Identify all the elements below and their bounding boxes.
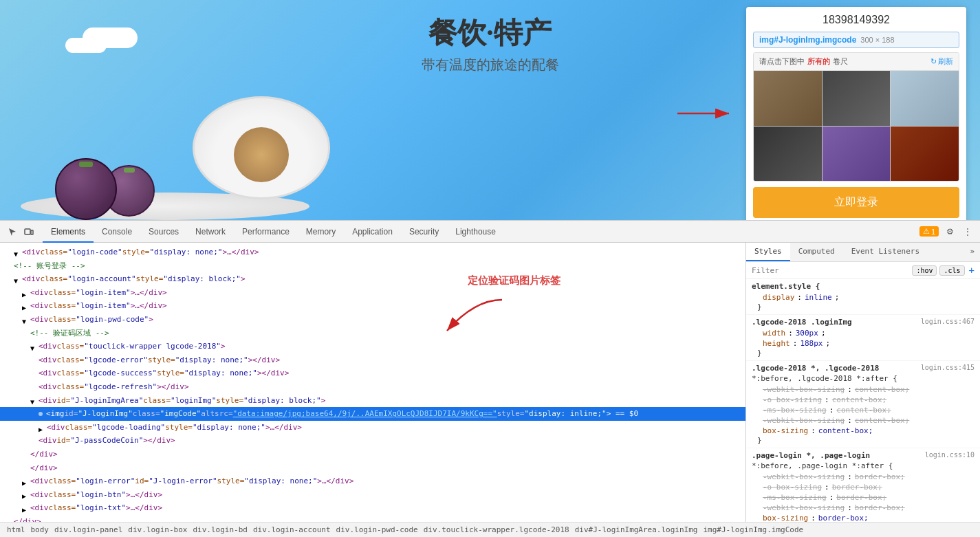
- toggle-icon[interactable]: ▶: [22, 289, 29, 296]
- captcha-cell-5[interactable]: [823, 127, 891, 182]
- tab-more[interactable]: »: [964, 243, 980, 261]
- css-close: }: [752, 303, 974, 311]
- css-source[interactable]: login.css:467: [921, 318, 974, 325]
- captcha-cell-4[interactable]: [754, 127, 822, 182]
- cursor-icon[interactable]: [6, 225, 19, 239]
- css-selector: .lgcode-2018 .loginImg login.css:467: [752, 318, 974, 327]
- breadcrumb-login-panel[interactable]: div.login-panel: [53, 525, 124, 534]
- css-property: box-sizing : content-box;: [752, 426, 974, 436]
- svg-rect-2: [25, 229, 30, 234]
- css-property: width : 300px ;: [752, 328, 974, 338]
- page-title-area: 餐饮·特产 带有温度的旅途的配餐: [422, 14, 559, 74]
- warning-icon: ⚠: [923, 227, 930, 236]
- css-close: }: [752, 349, 974, 358]
- html-line: <div id="J-passCodeCoin"></div>: [0, 434, 745, 448]
- breadcrumb-loginimgarea[interactable]: div#J-loginImgArea.loginImg: [574, 525, 699, 534]
- captcha-cell-3[interactable]: [891, 71, 959, 126]
- settings-icon[interactable]: ⚙: [943, 225, 957, 239]
- css-rule-lgcode-loginimg: .lgcode-2018 .loginImg login.css:467 wid…: [746, 315, 980, 361]
- tab-styles[interactable]: Styles: [746, 243, 790, 261]
- toggle-icon[interactable]: [22, 316, 29, 323]
- toggle-icon[interactable]: [30, 343, 37, 350]
- breadcrumb-login-pwd-code[interactable]: div.login-pwd-code: [335, 525, 420, 534]
- css-rule-page-login: .page-login *, .page-login login.css:10 …: [746, 448, 980, 522]
- captcha-cell-2[interactable]: [823, 71, 891, 126]
- css-rule-element-style: element.style { display : inline ; }: [746, 279, 980, 315]
- html-panel: 定位验证码图片标签 <div class="login-code" style=…: [0, 243, 746, 522]
- breadcrumb-login-box[interactable]: div.login-box: [127, 525, 188, 534]
- toggle-icon[interactable]: [14, 249, 21, 256]
- plate-area: [55, 158, 155, 220]
- svg-rect-3: [31, 230, 33, 234]
- filter-bar: :hov .cls +: [746, 262, 980, 279]
- toggle-icon[interactable]: [14, 276, 21, 283]
- tab-elements[interactable]: Elements: [43, 221, 94, 243]
- captcha-cell-1[interactable]: [754, 71, 822, 126]
- html-line: </div>: [0, 448, 745, 461]
- html-line: ▶ <div class="login-btn">…</div>: [0, 488, 745, 502]
- filter-input[interactable]: [752, 266, 908, 275]
- captcha-cell-6[interactable]: [891, 127, 959, 182]
- filter-add[interactable]: +: [969, 265, 974, 276]
- device-toggle-icon[interactable]: [22, 225, 36, 239]
- devtools-tabs: Elements Console Sources Network Perform…: [43, 221, 918, 243]
- toggle-icon[interactable]: ▶: [22, 491, 29, 498]
- src-link[interactable]: "data:image/jpg;base64,/9j/..AAEmIXgOLcQ…: [233, 408, 497, 420]
- tab-console[interactable]: Console: [94, 221, 140, 243]
- login-button[interactable]: 立即登录: [753, 187, 959, 218]
- css-property: box-sizing : border-box;: [752, 513, 974, 522]
- breadcrumb-body[interactable]: body: [30, 525, 51, 534]
- toolbar-right: ⚠ 1 ⚙ ⋮: [919, 225, 974, 239]
- breadcrumb-html[interactable]: html: [6, 525, 27, 534]
- dot-indicator: [39, 412, 43, 416]
- toggle-icon[interactable]: ▶: [22, 505, 29, 512]
- css-property: height : 188px ;: [752, 338, 974, 349]
- warning-count: 1: [931, 228, 935, 236]
- cls-badge[interactable]: .cls: [939, 265, 964, 276]
- captcha-area[interactable]: 请点击下图中 所有的 卷尺 ↻ 刷新: [753, 52, 959, 182]
- breadcrumb-touclick[interactable]: div.touclick-wrapper.lgcode-2018: [422, 525, 571, 534]
- captcha-grid[interactable]: [754, 71, 959, 181]
- css-selector: .lgcode-2018 *, .lgcode-2018 login.css:4…: [752, 364, 974, 373]
- html-line: <div id="J-loginImgArea" class="loginImg…: [0, 394, 745, 408]
- webpage-preview: 餐饮·特产 带有温度的旅途的配餐 1839814939: [0, 0, 980, 220]
- food-plate: [193, 96, 330, 199]
- html-line: ▶ <div class="login-txt">…</div>: [0, 501, 745, 515]
- css-property: -o box-sizing : border-box;: [752, 482, 974, 492]
- html-line: </div>: [0, 515, 745, 522]
- tab-computed[interactable]: Computed: [790, 243, 843, 261]
- red-arrow: [674, 100, 736, 127]
- tab-event-listeners[interactable]: Event Listeners: [843, 243, 928, 261]
- hov-badge[interactable]: :hov: [912, 265, 937, 276]
- more-options-icon[interactable]: ⋮: [961, 225, 974, 239]
- css-source[interactable]: login.css:415: [921, 364, 974, 371]
- tab-lighthouse[interactable]: Lighthouse: [447, 221, 504, 243]
- devtools-icons: [6, 225, 36, 239]
- html-line: <div class="login-account" style="displa…: [0, 272, 745, 286]
- html-line: ▶ <div class="login-item">…</div>: [0, 299, 745, 313]
- html-line: <!-- 账号登录 -->: [0, 259, 745, 273]
- html-line: </div>: [0, 461, 745, 475]
- tab-network[interactable]: Network: [187, 221, 234, 243]
- breadcrumb-loginimg[interactable]: img#J-loginImg.imgCode: [701, 525, 805, 534]
- tab-sources[interactable]: Sources: [140, 221, 187, 243]
- breadcrumb-login-bd[interactable]: div.login-bd: [191, 525, 248, 534]
- tab-security[interactable]: Security: [401, 221, 447, 243]
- css-property: -ms-box-sizing : border-box;: [752, 492, 974, 503]
- tab-performance[interactable]: Performance: [234, 221, 298, 243]
- tab-memory[interactable]: Memory: [298, 221, 344, 243]
- captcha-refresh[interactable]: ↻ 刷新: [930, 56, 953, 67]
- toggle-icon[interactable]: ▶: [22, 478, 29, 485]
- css-source[interactable]: login.css:10: [925, 451, 974, 459]
- tab-application[interactable]: Application: [344, 221, 401, 243]
- captcha-instruction: 请点击下图中: [759, 56, 805, 67]
- toggle-icon[interactable]: ▶: [39, 424, 45, 431]
- toggle-icon[interactable]: [30, 397, 37, 404]
- breadcrumb-login-account[interactable]: div.login-account: [252, 525, 332, 534]
- toggle-icon[interactable]: ▶: [22, 303, 29, 309]
- css-property: -webkit-box-sizing : content-box;: [752, 415, 974, 426]
- devtools-panel: Elements Console Sources Network Perform…: [0, 220, 980, 537]
- css-property: -webkit-box-sizing : content-box;: [752, 384, 974, 395]
- phone-number: 18398149392: [753, 14, 959, 26]
- styles-tabs: Styles Computed Event Listeners »: [746, 243, 980, 262]
